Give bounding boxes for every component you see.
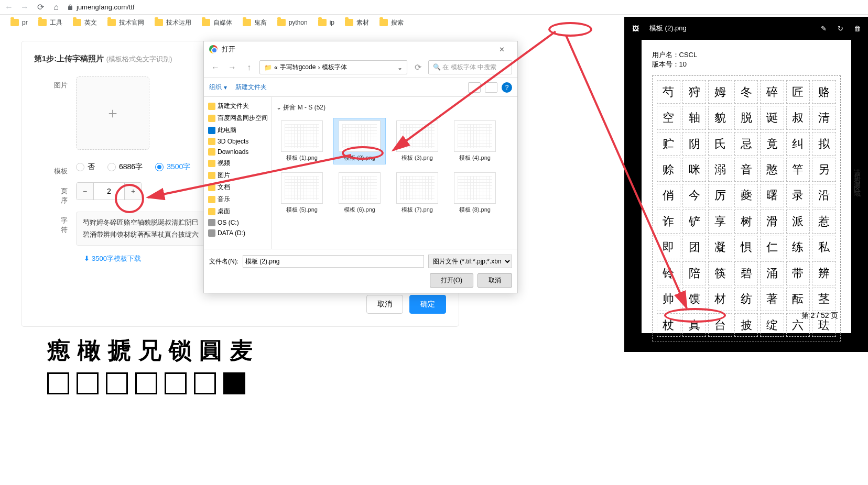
step-subtitle: (模板格式免文字识别) bbox=[106, 55, 172, 63]
bookmark-python[interactable]: python bbox=[273, 17, 312, 28]
tree-item[interactable]: 新建文件夹 bbox=[206, 100, 269, 112]
bookmark-技术运用[interactable]: 技术运用 bbox=[150, 16, 196, 29]
char-cell: 涌 bbox=[760, 261, 784, 285]
file-item[interactable]: 模板 (4).png bbox=[449, 118, 501, 164]
square-empty bbox=[135, 372, 157, 394]
char-cell: 氏 bbox=[708, 132, 732, 156]
dlg-up-icon[interactable]: ↑ bbox=[243, 61, 255, 74]
nav-back-icon[interactable]: ← bbox=[4, 3, 14, 12]
bookmark-pr[interactable]: pr bbox=[6, 17, 32, 28]
tree-item[interactable]: DATA (D:) bbox=[206, 228, 269, 238]
dlg-newfolder-button[interactable]: 新建文件夹 bbox=[235, 83, 267, 92]
bookmark-ip[interactable]: ip bbox=[314, 17, 339, 28]
file-item[interactable]: 模板 (2).png bbox=[334, 118, 385, 164]
char-cell: 铃 bbox=[657, 261, 680, 285]
fn-input[interactable] bbox=[243, 255, 424, 268]
dialog-close-button[interactable]: ✕ bbox=[491, 46, 512, 53]
dlg-refresh-icon[interactable]: ⟳ bbox=[411, 61, 424, 74]
ok-button[interactable]: 确定 bbox=[409, 295, 446, 314]
dlg-organize-button[interactable]: 组织 ▾ bbox=[209, 83, 227, 92]
file-item[interactable]: 模板 (8).png bbox=[449, 170, 501, 216]
char-cell: 绽 bbox=[760, 313, 784, 337]
char-cell: 真 bbox=[682, 313, 706, 337]
download-template-link[interactable]: ⬇ 3500字模板下载 bbox=[84, 254, 141, 263]
radio-6886[interactable]: 6886字 bbox=[107, 162, 143, 172]
file-item[interactable]: 模板 (6).png bbox=[334, 170, 385, 216]
group-header[interactable]: ⌄ 拼音 M - S (52) bbox=[276, 101, 513, 114]
bookmark-鬼畜[interactable]: 鬼畜 bbox=[238, 16, 271, 29]
file-item[interactable]: 模板 (7).png bbox=[392, 170, 443, 216]
folder-icon bbox=[38, 19, 47, 26]
char-cell: 碧 bbox=[734, 261, 758, 285]
image-viewer: 🖼 模板 (2).png ✎ ↻ 🗑 用户名：CSCL 版本号：10 芍狩姆冬碎… bbox=[624, 17, 868, 352]
tree-item[interactable]: 3D Objects bbox=[206, 136, 269, 147]
dlg-path[interactable]: 📁 « 手写转gcode › 模板字体 ⌄ bbox=[259, 60, 407, 74]
dlg-view2-button[interactable] bbox=[485, 82, 497, 93]
char-cell: 溺 bbox=[708, 158, 732, 181]
tree-item[interactable]: 音乐 bbox=[206, 193, 269, 205]
char-cell: 清 bbox=[812, 106, 836, 129]
char-cell: 杖 bbox=[657, 313, 680, 337]
radio-no[interactable]: 否 bbox=[76, 162, 95, 172]
bookmark-搜索[interactable]: 搜索 bbox=[375, 16, 408, 29]
hw-char: 兄 bbox=[138, 335, 161, 366]
upload-dropzone[interactable]: ＋ bbox=[76, 76, 149, 150]
char-cell: 空 bbox=[657, 106, 680, 129]
tree-item[interactable]: 桌面 bbox=[206, 205, 269, 217]
image-icon[interactable]: 🖼 bbox=[631, 24, 640, 33]
step-plus-button[interactable]: + bbox=[125, 183, 142, 200]
nav-fwd-icon[interactable]: → bbox=[20, 3, 29, 12]
dlg-open-button[interactable]: 打开(O) bbox=[430, 273, 473, 288]
dlg-view1-button[interactable] bbox=[468, 82, 481, 93]
square-empty bbox=[77, 372, 99, 394]
fn-filter[interactable]: 图片文件 (*.tif;*.pjp;*.xbm;*.jxl bbox=[428, 255, 512, 268]
dlg-search-input[interactable]: 🔍 在 模板字体 中搜索 bbox=[428, 60, 512, 74]
char-cell: 披 bbox=[734, 313, 758, 337]
dlg-back-icon[interactable]: ← bbox=[209, 61, 222, 74]
address-bar[interactable]: jumengfang.com/ttf bbox=[67, 3, 382, 11]
viewer-meta: 用户名：CSCL 版本号：10 bbox=[652, 50, 841, 69]
folder-icon bbox=[10, 19, 19, 26]
tree-item[interactable]: 文档 bbox=[206, 181, 269, 193]
bookmark-素材[interactable]: 素材 bbox=[341, 16, 373, 29]
char-cell: 铲 bbox=[682, 210, 706, 233]
nav-reload-icon[interactable]: ⟳ bbox=[36, 3, 45, 12]
bookmark-技术官网[interactable]: 技术官网 bbox=[103, 16, 148, 29]
page-input[interactable] bbox=[93, 183, 125, 200]
dlg-fwd-icon[interactable]: → bbox=[226, 61, 238, 74]
edit-icon[interactable]: ✎ bbox=[819, 24, 828, 33]
bookmark-英文[interactable]: 英文 bbox=[69, 16, 101, 29]
dlg-help-button[interactable]: ? bbox=[502, 82, 512, 93]
square-empty bbox=[106, 372, 128, 394]
file-item[interactable]: 模板 (5).png bbox=[276, 170, 328, 216]
rotate-icon[interactable]: ↻ bbox=[836, 24, 845, 33]
tree-item[interactable]: 图片 bbox=[206, 169, 269, 181]
bookmark-工具[interactable]: 工具 bbox=[34, 16, 67, 29]
folder-icon bbox=[318, 19, 327, 26]
char-cell: 脱 bbox=[734, 106, 758, 129]
char-cell: 贮 bbox=[657, 132, 680, 156]
char-cell: 曙 bbox=[760, 184, 784, 207]
char-cell: 纠 bbox=[786, 132, 810, 156]
char-cell: 凝 bbox=[708, 236, 732, 259]
tree-item[interactable]: 视频 bbox=[206, 157, 269, 169]
tree-item[interactable]: 此电脑 bbox=[206, 124, 269, 136]
tree-item[interactable]: 百度网盘同步空间 bbox=[206, 112, 269, 124]
radio-3500[interactable]: 3500字 bbox=[155, 162, 190, 172]
step-minus-button[interactable]: − bbox=[77, 183, 93, 200]
char-cell: 赂 bbox=[812, 80, 836, 104]
nav-home-icon[interactable]: ⌂ bbox=[51, 3, 61, 12]
char-cell: 咪 bbox=[682, 158, 706, 181]
tree-item[interactable]: Downloads bbox=[206, 147, 269, 157]
file-thumb bbox=[281, 120, 323, 152]
file-item[interactable]: 模板 (1).png bbox=[276, 118, 328, 164]
tree-icon bbox=[208, 229, 215, 237]
char-cell: 材 bbox=[708, 288, 732, 311]
bookmark-自媒体[interactable]: 自媒体 bbox=[198, 16, 236, 29]
folder-icon bbox=[73, 19, 81, 26]
dlg-cancel-button[interactable]: 取消 bbox=[478, 273, 512, 288]
cancel-button[interactable]: 取消 bbox=[366, 295, 403, 314]
file-item[interactable]: 模板 (3).png bbox=[392, 118, 443, 164]
tree-item[interactable]: OS (C:) bbox=[206, 217, 269, 228]
delete-icon[interactable]: 🗑 bbox=[852, 24, 862, 33]
